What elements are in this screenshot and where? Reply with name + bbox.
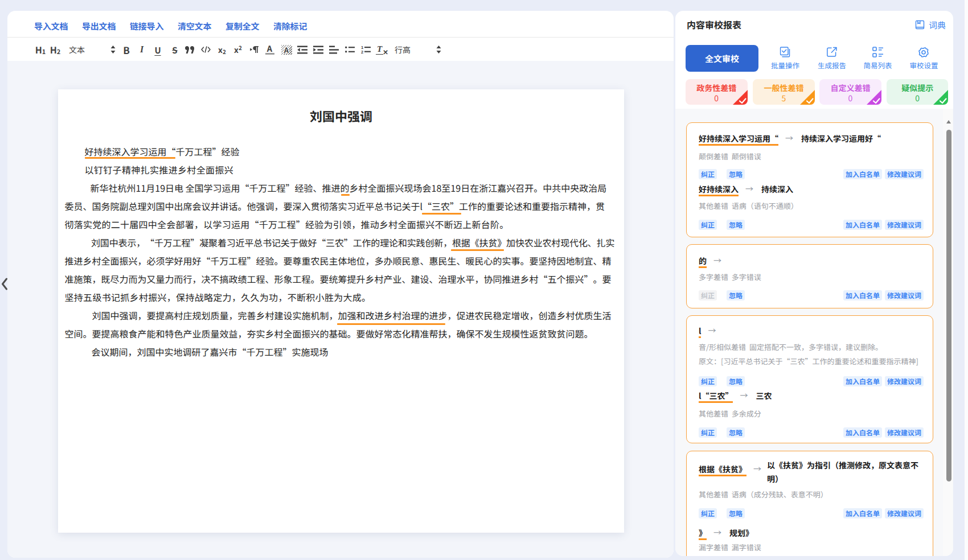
svg-text:2: 2 bbox=[361, 50, 363, 54]
